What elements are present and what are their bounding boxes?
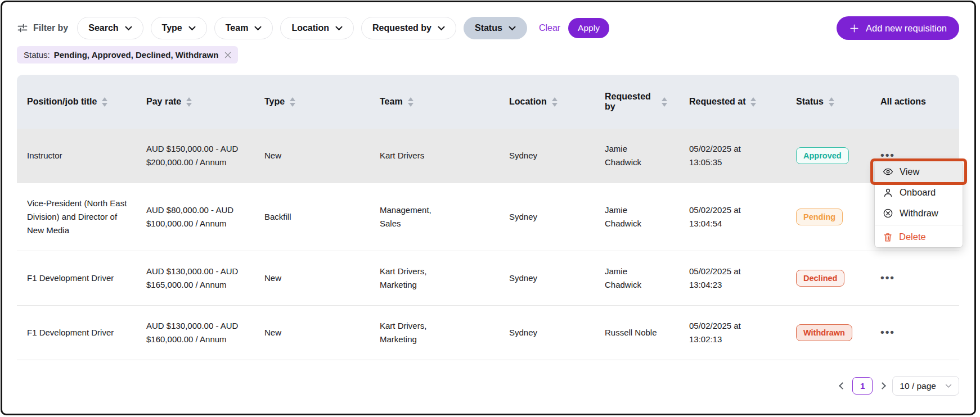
cell-pay-rate: AUD $150,000.00 - AUD $200,000.00 / Annu… xyxy=(136,129,254,183)
cell-team: Kart Drivers, Marketing xyxy=(370,306,499,360)
menu-item-onboard-label: Onboard xyxy=(900,187,936,198)
sort-icon xyxy=(662,97,667,107)
trash-icon xyxy=(883,232,893,242)
menu-item-withdraw-label: Withdraw xyxy=(900,208,938,219)
cell-status: Declined xyxy=(786,251,870,306)
chevron-down-icon xyxy=(125,23,132,33)
active-filters-row: Status: Pending, Approved, Declined, Wit… xyxy=(17,46,959,64)
filter-by-label-group: Filter by xyxy=(17,22,68,34)
menu-item-onboard[interactable]: Onboard xyxy=(875,182,963,203)
cell-type: New xyxy=(254,306,370,360)
filter-dropdown-location[interactable]: Location xyxy=(280,17,354,39)
cell-pay-rate: AUD $80,000.00 - AUD $100,000.00 / Annum xyxy=(136,183,254,251)
filter-dropdown-team-label: Team xyxy=(226,23,249,33)
column-header-team[interactable]: Team xyxy=(370,75,499,129)
column-header-position-label: Position/job title xyxy=(27,97,97,107)
menu-item-withdraw[interactable]: Withdraw xyxy=(875,203,963,224)
column-header-pay-rate[interactable]: Pay rate xyxy=(136,75,254,129)
status-badge: Approved xyxy=(796,147,849,165)
add-new-requisition-button[interactable]: Add new requisition xyxy=(837,16,959,40)
cell-type: Backfill xyxy=(254,183,370,251)
table-header-row: Position/job title Pay rate Type Team Lo… xyxy=(17,75,959,129)
table-row: Vice-President (North East Division) and… xyxy=(17,183,959,251)
apply-filters-button[interactable]: Apply xyxy=(568,18,609,38)
cell-requested-by: Jamie Chadwick xyxy=(595,129,679,183)
cell-requested-by: Russell Noble xyxy=(595,306,679,360)
filter-dropdown-requested-by-label: Requested by xyxy=(372,23,431,33)
plus-icon xyxy=(849,23,860,34)
cell-location: Sydney xyxy=(499,129,595,183)
sort-icon xyxy=(829,97,834,107)
page-size-value: 10 / page xyxy=(900,381,936,391)
filter-dropdown-type[interactable]: Type xyxy=(151,17,207,39)
chevron-down-icon xyxy=(945,384,952,388)
chevron-down-icon xyxy=(335,23,343,33)
filter-sliders-icon xyxy=(17,22,28,34)
cell-position: F1 Development Driver xyxy=(17,251,136,306)
cell-location: Sydney xyxy=(499,306,595,360)
row-actions-menu: View Onboard Withdraw xyxy=(875,161,963,247)
pagination: 1 10 / page xyxy=(17,376,959,396)
cell-team: Kart Drivers xyxy=(370,129,499,183)
cell-status: Pending xyxy=(786,183,870,251)
cell-actions: ••• xyxy=(870,251,959,306)
column-header-position[interactable]: Position/job title xyxy=(17,75,136,129)
column-header-location[interactable]: Location xyxy=(499,75,595,129)
next-page-icon[interactable] xyxy=(879,382,886,389)
menu-item-delete[interactable]: Delete xyxy=(875,226,963,247)
circle-x-icon xyxy=(883,208,893,219)
chevron-down-icon xyxy=(188,23,196,33)
sort-icon xyxy=(408,97,413,107)
filter-dropdown-status[interactable]: Status xyxy=(464,17,527,39)
column-header-requested-by[interactable]: Requested by xyxy=(595,75,679,129)
filter-by-label: Filter by xyxy=(33,23,68,33)
cell-type: New xyxy=(254,129,370,183)
add-new-requisition-label: Add new requisition xyxy=(866,23,947,34)
column-header-type[interactable]: Type xyxy=(254,75,370,129)
cell-requested-at: 05/02/2025 at 13:05:35 xyxy=(679,129,786,183)
status-badge: Pending xyxy=(796,208,843,226)
filter-dropdown-team[interactable]: Team xyxy=(214,17,273,39)
status-badge: Withdrawn xyxy=(796,324,852,342)
column-header-all-actions: All actions xyxy=(870,75,959,129)
row-actions-button[interactable]: ••• xyxy=(880,272,895,283)
cell-team: Kart Drivers, Marketing xyxy=(370,251,499,306)
page-number-button[interactable]: 1 xyxy=(852,377,873,395)
column-header-requested-at[interactable]: Requested at xyxy=(679,75,786,129)
cell-location: Sydney xyxy=(499,183,595,251)
cell-position: F1 Development Driver xyxy=(17,306,136,360)
page-size-select[interactable]: 10 / page xyxy=(892,376,959,396)
menu-item-view-label: View xyxy=(900,166,919,177)
filter-dropdown-status-label: Status xyxy=(475,23,502,33)
chevron-down-icon xyxy=(509,23,516,33)
filter-dropdown-requested-by[interactable]: Requested by xyxy=(361,17,456,39)
table-row: Instructor AUD $150,000.00 - AUD $200,00… xyxy=(17,129,959,183)
menu-item-view[interactable]: View xyxy=(875,161,963,182)
cell-status: Withdrawn xyxy=(786,306,870,360)
row-actions-button[interactable]: ••• xyxy=(880,149,895,160)
cell-pay-rate: AUD $130,000.00 - AUD $165,000.00 / Annu… xyxy=(136,251,254,306)
column-header-requested-by-label: Requested by xyxy=(605,92,657,112)
cell-location: Sydney xyxy=(499,251,595,306)
person-icon xyxy=(883,187,893,198)
status-badge: Declined xyxy=(796,270,844,287)
filter-dropdown-type-label: Type xyxy=(162,23,182,33)
cell-requested-at: 05/02/2025 at 13:04:54 xyxy=(679,183,786,251)
table-row: F1 Development Driver AUD $130,000.00 - … xyxy=(17,306,959,360)
filter-bar: Filter by Search Type Team Location Requ… xyxy=(17,17,959,39)
sort-icon xyxy=(102,97,107,107)
sort-icon xyxy=(186,97,192,107)
remove-filter-icon[interactable] xyxy=(224,52,231,58)
column-header-status[interactable]: Status xyxy=(786,75,870,129)
row-actions-button[interactable]: ••• xyxy=(880,327,895,337)
previous-page-icon[interactable] xyxy=(839,382,846,389)
filter-dropdown-search[interactable]: Search xyxy=(77,17,143,39)
clear-filters-link[interactable]: Clear xyxy=(539,23,560,33)
chip-values: Pending, Approved, Declined, Withdrawn xyxy=(54,50,219,60)
chevron-down-icon xyxy=(254,23,262,33)
requisitions-page: Filter by Search Type Team Location Requ… xyxy=(2,2,974,414)
table-row: F1 Development Driver AUD $130,000.00 - … xyxy=(17,251,959,306)
menu-divider xyxy=(875,225,963,225)
app-window: Filter by Search Type Team Location Requ… xyxy=(1,1,976,415)
cell-status: Approved xyxy=(786,129,870,183)
